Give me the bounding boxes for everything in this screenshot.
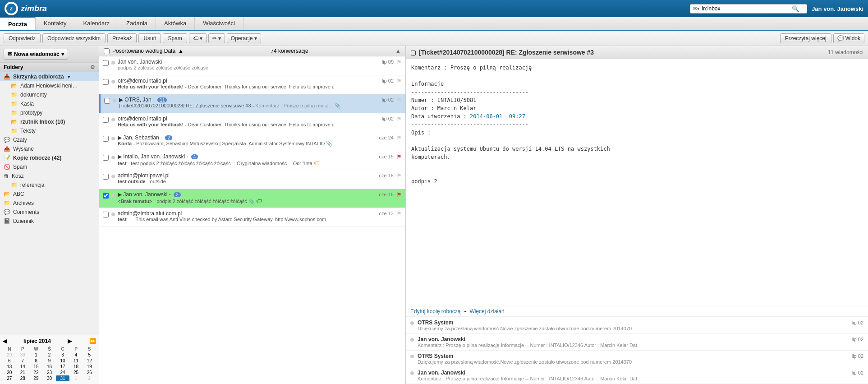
cal-nav-last-button[interactable]: ⏩ bbox=[89, 338, 96, 344]
cal-cell[interactable]: 5 bbox=[83, 352, 96, 358]
flag-icon[interactable]: ⚑ bbox=[396, 134, 402, 141]
cal-cell[interactable]: 8 bbox=[29, 358, 43, 364]
przekaz-button[interactable]: Przekaż bbox=[107, 33, 137, 43]
cal-cell[interactable]: 1 bbox=[69, 375, 83, 381]
email-row[interactable]: ▶ Jan, Sebastian - 2 cze 24 Konta - Pozd… bbox=[99, 132, 405, 151]
cal-cell[interactable]: 11 bbox=[69, 358, 83, 364]
email-checkbox[interactable] bbox=[103, 79, 109, 85]
cal-cell[interactable]: 13 bbox=[3, 364, 16, 370]
cal-cell[interactable]: 6 bbox=[3, 358, 16, 364]
cal-cell[interactable]: 17 bbox=[56, 364, 69, 370]
tab-poczta[interactable]: Poczta bbox=[0, 17, 36, 30]
cal-cell[interactable]: 29 bbox=[29, 375, 43, 381]
cal-cell[interactable]: 16 bbox=[43, 364, 56, 370]
tab-aktowka[interactable]: Aktówka bbox=[156, 17, 195, 30]
flag-icon[interactable]: ⚑ bbox=[396, 191, 402, 198]
spam-button[interactable]: Spam bbox=[163, 33, 187, 43]
cal-cell[interactable]: 30 bbox=[16, 352, 30, 358]
email-checkbox[interactable] bbox=[103, 136, 109, 142]
date-link[interactable]: 2014-06-01 09:27 bbox=[470, 113, 525, 120]
cal-cell[interactable]: 27 bbox=[3, 375, 16, 381]
tab-wlasciwosci[interactable]: Właściwości bbox=[195, 17, 243, 30]
cal-cell[interactable]: 3 bbox=[56, 352, 69, 358]
search-input[interactable] bbox=[702, 5, 792, 12]
cal-cell[interactable]: 26 bbox=[83, 370, 96, 375]
cal-cell[interactable]: 9 bbox=[43, 358, 56, 364]
cal-prev-button[interactable]: ◀ bbox=[3, 338, 7, 344]
folders-gear-icon[interactable]: ⚙ bbox=[90, 64, 95, 70]
folder-teksty[interactable]: 📁 Teksty bbox=[0, 126, 99, 135]
cal-cell[interactable]: 21 bbox=[16, 370, 30, 375]
folder-referencja[interactable]: 📁 referencja bbox=[0, 180, 99, 190]
przeczytaj-wiecej-button[interactable]: Przeczytaj więcej bbox=[780, 33, 831, 43]
email-row[interactable]: otrs@demo.intalio.pl lip 02 Help us with… bbox=[99, 75, 405, 94]
email-row-highlighted[interactable]: ▶ Jan von. Janowski - 2 cze 16 <Brak tem… bbox=[99, 189, 405, 208]
operacje-button[interactable]: Operacje ▾ bbox=[227, 33, 261, 43]
cal-cell[interactable]: 23 bbox=[43, 370, 56, 375]
cal-cell[interactable]: 2 bbox=[43, 352, 56, 358]
email-row[interactable]: admin@piotripawel.pl cze 18 test outside… bbox=[99, 170, 405, 189]
folder-comments[interactable]: 💬 Comments bbox=[0, 208, 99, 217]
folder-kopie[interactable]: 📝 Kopie robocze (42) bbox=[0, 153, 99, 162]
thread-item[interactable]: OTRS System lip 02 Dziękujemy za przesła… bbox=[406, 317, 868, 334]
cal-cell[interactable]: 18 bbox=[69, 364, 83, 370]
cal-cell[interactable]: 12 bbox=[83, 358, 96, 364]
flag-icon[interactable]: ⚑ bbox=[396, 97, 402, 103]
cal-cell[interactable]: 29 bbox=[3, 352, 16, 358]
folder-abc[interactable]: 📂 ABC bbox=[0, 190, 99, 199]
widok-button[interactable]: 💬 Widok bbox=[833, 33, 864, 43]
thread-item[interactable]: OTRS System lip 02 Dziękujemy za przesła… bbox=[406, 351, 868, 367]
email-row[interactable]: Jan von. Janowski lip 09 podpis 2 żółćąś… bbox=[99, 56, 405, 75]
flag-icon[interactable]: ⚑ bbox=[396, 116, 402, 122]
email-checkbox[interactable] bbox=[103, 60, 109, 66]
email-row[interactable]: otrs@demo.intalio.pl lip 02 Help us with… bbox=[99, 113, 405, 132]
cal-cell[interactable]: 24 bbox=[56, 370, 69, 375]
folder-skrzynka-odbiorcza[interactable]: 📥 Skrzynka odbiorcza ▾ bbox=[0, 72, 99, 81]
flag-icon-flagged[interactable]: ⚑ bbox=[396, 153, 402, 160]
new-message-button[interactable]: ✉ Nowa wiadomość ▾ bbox=[4, 49, 68, 60]
flag-icon[interactable]: ⚑ bbox=[396, 59, 402, 65]
sort-icon[interactable]: ▲ bbox=[178, 48, 184, 54]
usun-button[interactable]: Usuń bbox=[138, 33, 161, 43]
email-row[interactable]: admin@zimbra.aiut.com.pl cze 13 test - -… bbox=[99, 208, 405, 227]
odpowiedz-wszystkim-button[interactable]: Odpowiedz wszystkim bbox=[42, 33, 106, 43]
folder-archives[interactable]: 📁 Archives bbox=[0, 199, 99, 208]
odpowiedz-button[interactable]: Odpowiedz bbox=[4, 33, 41, 43]
cal-cell[interactable]: 1 bbox=[29, 352, 43, 358]
cal-cell[interactable]: 10 bbox=[56, 358, 69, 364]
folder-czaty[interactable]: 💬 Czaty bbox=[0, 135, 99, 144]
scroll-up-icon[interactable]: ▲ bbox=[395, 48, 401, 54]
cal-cell[interactable]: 2 bbox=[83, 375, 96, 381]
folder-prototypy[interactable]: 📁 prototypy bbox=[0, 108, 99, 117]
cal-cell[interactable]: 25 bbox=[69, 370, 83, 375]
flag-icon[interactable]: ⚑ bbox=[396, 172, 402, 179]
more-actions-link[interactable]: Więcej działań bbox=[469, 308, 504, 315]
email-checkbox[interactable] bbox=[104, 98, 110, 104]
cal-cell[interactable]: 22 bbox=[29, 370, 43, 375]
email-checkbox[interactable] bbox=[103, 193, 109, 199]
edit-draft-link[interactable]: Edytuj kopię roboczą bbox=[410, 308, 460, 315]
folder-spam[interactable]: 🚫 Spam bbox=[0, 162, 99, 171]
tab-kalendarz[interactable]: Kalendarz bbox=[75, 17, 119, 30]
cal-cell[interactable]: 28 bbox=[16, 375, 30, 381]
folder-kosz[interactable]: 🗑 Kosz bbox=[0, 171, 99, 180]
email-row[interactable]: ▶ Intalio, Jan von. Janowski - 4 cze 19 … bbox=[99, 151, 405, 170]
select-all-checkbox[interactable] bbox=[104, 48, 110, 54]
detail-expand-icon[interactable]: ▢ bbox=[410, 49, 416, 56]
folder-wyslane[interactable]: 📤 Wysłane bbox=[0, 144, 99, 153]
email-checkbox[interactable] bbox=[103, 117, 109, 123]
email-checkbox[interactable] bbox=[103, 212, 109, 217]
cal-cell[interactable]: 14 bbox=[16, 364, 30, 370]
tags-button[interactable]: 🏷 ▾ bbox=[189, 33, 207, 43]
cal-cell[interactable]: 19 bbox=[83, 364, 96, 370]
thread-item[interactable]: Jan von. Janowski lip 02 Komentarz : Pro… bbox=[406, 367, 868, 384]
folder-rzutnik[interactable]: 📂 rzutnik Inbox (10) bbox=[0, 117, 99, 126]
folder-dokumenty[interactable]: 📁 dokumenty bbox=[0, 90, 99, 99]
tab-zadania[interactable]: Zadania bbox=[118, 17, 156, 30]
folder-dziennik[interactable]: 📓 Dziennik bbox=[0, 217, 99, 226]
cal-cell[interactable]: 7 bbox=[16, 358, 30, 364]
tab-kontakty[interactable]: Kontakty bbox=[36, 17, 75, 30]
cal-cell[interactable]: 20 bbox=[3, 370, 16, 375]
email-checkbox[interactable] bbox=[103, 155, 109, 161]
cal-cell[interactable]: 30 bbox=[43, 375, 56, 381]
